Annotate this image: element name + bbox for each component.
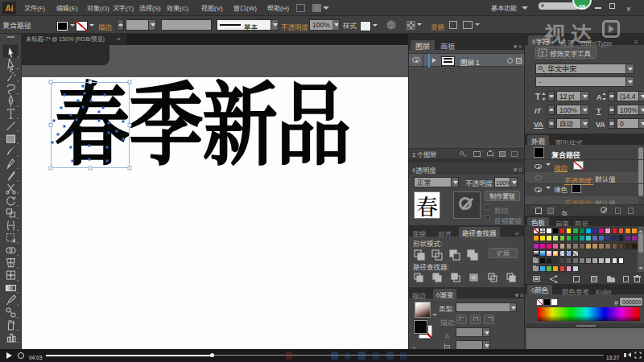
- svg-text:T: T: [540, 50, 544, 57]
